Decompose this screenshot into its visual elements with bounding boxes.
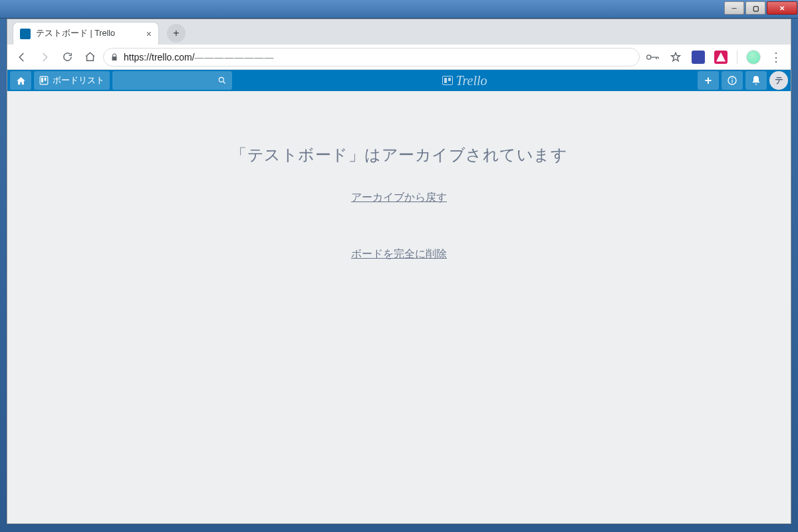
profile-button[interactable] — [744, 48, 763, 66]
chrome-menu-button[interactable]: ⋮ — [767, 48, 785, 66]
main-content: 「テストボード」はアーカイブされています アーカイブから戻す ボードを完全に削除 — [7, 91, 791, 523]
back-button[interactable] — [13, 48, 31, 66]
window-close-button[interactable]: ✕ — [767, 1, 797, 15]
boards-label: ボードリスト — [53, 74, 104, 86]
boards-menu-button[interactable]: ボードリスト — [34, 71, 110, 90]
search-icon — [217, 76, 227, 85]
profile-avatar-icon — [746, 50, 761, 65]
arrow-right-icon — [39, 51, 51, 63]
trello-topnav: ボードリスト Trello + テ — [7, 70, 791, 91]
trello-home-button[interactable] — [10, 71, 31, 90]
user-avatar[interactable]: テ — [769, 71, 788, 90]
restore-board-link[interactable]: アーカイブから戻す — [351, 191, 447, 205]
kebab-icon: ⋮ — [770, 50, 782, 65]
delete-board-link[interactable]: ボードを完全に削除 — [351, 247, 447, 261]
search-button[interactable] — [112, 71, 232, 90]
notifications-button[interactable] — [745, 71, 767, 90]
arrow-left-icon — [16, 51, 28, 63]
new-tab-button[interactable]: + — [167, 24, 186, 43]
extension-1[interactable] — [689, 48, 708, 66]
bell-icon — [751, 75, 761, 86]
svg-rect-2 — [41, 78, 43, 82]
extension-2[interactable] — [712, 48, 730, 66]
divider — [737, 51, 737, 64]
house-icon — [16, 76, 26, 86]
avatar-initial: テ — [775, 74, 783, 86]
svg-rect-7 — [732, 80, 732, 82]
reload-button[interactable] — [58, 48, 76, 66]
star-icon — [670, 51, 682, 63]
svg-point-0 — [647, 55, 651, 59]
trello-logo[interactable]: Trello — [442, 73, 487, 88]
extension-icon — [714, 51, 728, 64]
lock-icon — [110, 53, 118, 62]
password-key-icon[interactable] — [644, 48, 662, 66]
url-text: https://trello.com/———————— — [124, 52, 275, 63]
info-icon — [727, 75, 737, 86]
tab-close-icon[interactable]: × — [146, 29, 152, 39]
trello-favicon-icon — [20, 29, 31, 39]
trello-logo-text: Trello — [456, 73, 487, 88]
home-button[interactable] — [80, 48, 99, 66]
forward-button[interactable] — [35, 48, 54, 66]
home-icon — [84, 51, 96, 63]
trello-logo-icon — [442, 76, 453, 85]
svg-point-6 — [732, 78, 733, 79]
plus-icon: + — [705, 74, 712, 88]
browser-window: テストボード | Trello × + https://trello.com/—… — [7, 19, 791, 524]
svg-rect-3 — [45, 78, 47, 81]
browser-tabstrip: テストボード | Trello × + — [7, 19, 791, 45]
board-icon — [39, 76, 49, 85]
address-bar[interactable]: https://trello.com/———————— — [103, 48, 640, 66]
create-button[interactable]: + — [698, 71, 719, 90]
os-titlebar: ─ ▢ ✕ — [0, 0, 798, 19]
browser-toolbar: https://trello.com/———————— ⋮ — [7, 45, 791, 70]
archived-heading: 「テストボード」はアーカイブされています — [231, 144, 567, 166]
window-maximize-button[interactable]: ▢ — [745, 1, 765, 15]
extension-icon — [692, 51, 705, 64]
browser-tab-active[interactable]: テストボード | Trello × — [13, 22, 159, 45]
reload-icon — [62, 51, 73, 63]
svg-point-4 — [219, 77, 223, 82]
tab-title: テストボード | Trello — [36, 28, 141, 39]
info-button[interactable] — [722, 71, 743, 90]
window-minimize-button[interactable]: ─ — [724, 1, 744, 15]
bookmark-star-button[interactable] — [666, 48, 685, 66]
